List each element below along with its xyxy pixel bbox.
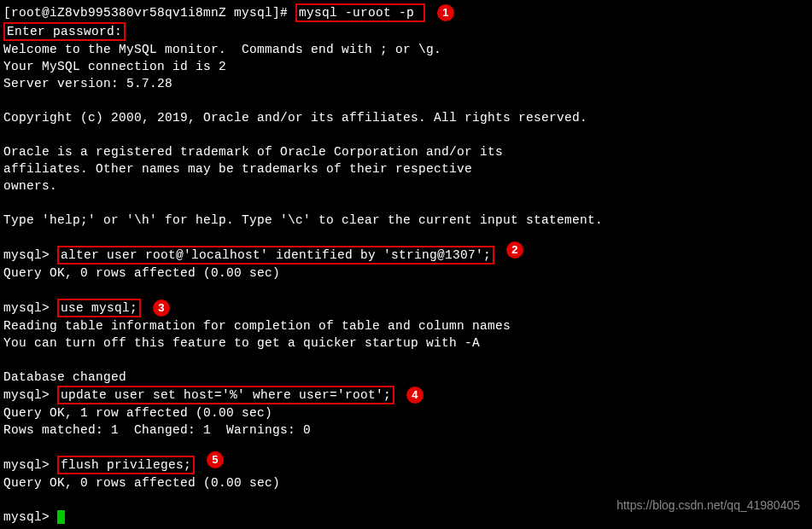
annotation-badge-5: 5	[207, 451, 224, 468]
update-user-highlight: update user set host='%' where user='roo…	[57, 386, 394, 404]
alter-user-highlight: alter user root@'localhost' identified b…	[57, 246, 494, 264]
server-version-line: Server version: 5.7.28	[3, 75, 809, 92]
shell-login-line: [root@iZ8vb995380vr58qv1i8mnZ mysql]# my…	[3, 3, 809, 22]
mysql-prompt: mysql>	[3, 458, 57, 472]
db-changed-line: Database changed	[3, 369, 809, 386]
rows-matched-line: Rows matched: 1 Changed: 1 Warnings: 0	[3, 421, 809, 439]
use-mysql-highlight: use mysql;	[57, 299, 141, 317]
enter-password-highlight: Enter password:	[3, 22, 126, 41]
cursor-icon	[57, 510, 65, 524]
mysql-prompt: mysql>	[3, 388, 57, 402]
enter-password-line: Enter password:	[3, 22, 809, 41]
shell-prompt: [root@iZ8vb995380vr58qv1i8mnZ mysql]#	[3, 6, 295, 20]
reading-line-1: Reading table information for completion…	[3, 317, 809, 334]
mysql-prompt: mysql>	[3, 301, 57, 315]
use-mysql-line: mysql> use mysql;3	[3, 299, 809, 317]
flush-highlight: flush privileges;	[57, 456, 195, 474]
query-ok-1-line: Query OK, 1 row affected (0.00 sec)	[3, 404, 809, 421]
watermark-text: https://blog.csdn.net/qq_41980405	[616, 497, 800, 514]
terminal-output[interactable]: [root@iZ8vb995380vr58qv1i8mnZ mysql]# my…	[3, 3, 809, 526]
update-user-line: mysql> update user set host='%' where us…	[3, 386, 809, 404]
annotation-badge-3: 3	[153, 299, 170, 317]
annotation-badge-1: 1	[437, 4, 454, 21]
mysql-prompt: mysql>	[3, 510, 57, 524]
trademark-line-2: affiliates. Other names may be trademark…	[3, 160, 809, 177]
annotation-badge-2: 2	[506, 241, 523, 259]
trademark-line-1: Oracle is a registered trademark of Orac…	[3, 143, 809, 160]
mysql-prompt: mysql>	[3, 248, 57, 262]
query-ok-line: Query OK, 0 rows affected (0.00 sec)	[3, 264, 809, 282]
alter-user-line: mysql> alter user root@'localhost' ident…	[3, 246, 809, 264]
reading-line-2: You can turn off this feature to get a q…	[3, 334, 809, 352]
help-line: Type 'help;' or '\h' for help. Type '\c'…	[3, 212, 809, 229]
copyright-line: Copyright (c) 2000, 2019, Oracle and/or …	[3, 109, 809, 126]
connection-id-line: Your MySQL connection id is 2	[3, 58, 809, 75]
flush-line: mysql> flush privileges;5	[3, 456, 809, 474]
trademark-line-3: owners.	[3, 177, 809, 195]
query-ok-flush-line: Query OK, 0 rows affected (0.00 sec)	[3, 474, 809, 491]
annotation-badge-4: 4	[406, 387, 424, 404]
welcome-line: Welcome to the MySQL monitor. Commands e…	[3, 41, 809, 58]
login-command-highlight: mysql -uroot -p	[295, 3, 425, 22]
